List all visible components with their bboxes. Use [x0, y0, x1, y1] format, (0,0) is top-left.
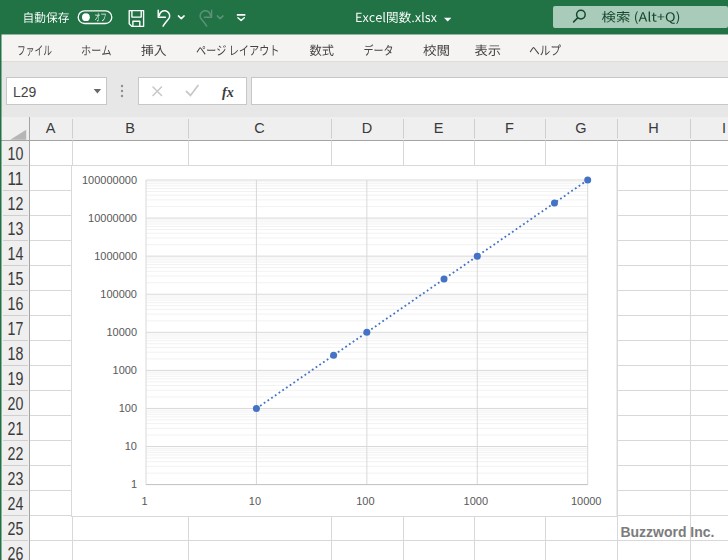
svg-text:26: 26: [8, 544, 24, 560]
svg-text:fx: fx: [222, 85, 234, 100]
svg-text:1: 1: [141, 495, 147, 507]
svg-text:C: C: [254, 120, 264, 136]
svg-text:1: 1: [131, 478, 137, 490]
svg-text:100: 100: [119, 402, 137, 414]
svg-text:15: 15: [8, 269, 24, 289]
svg-text:A: A: [46, 120, 56, 136]
svg-text:10: 10: [125, 440, 137, 452]
svg-text:F: F: [505, 120, 514, 136]
svg-text:10000: 10000: [571, 495, 602, 507]
svg-text:10000: 10000: [106, 326, 137, 338]
svg-text:21: 21: [8, 419, 24, 439]
svg-text:H: H: [648, 120, 658, 136]
svg-text:13: 13: [8, 219, 24, 239]
svg-text:11: 11: [8, 169, 24, 189]
svg-text:1000000: 1000000: [94, 250, 137, 262]
svg-text:17: 17: [8, 319, 24, 339]
svg-text:Buzzword Inc.: Buzzword Inc.: [620, 524, 714, 540]
svg-text:100: 100: [356, 495, 374, 507]
svg-text:100000: 100000: [100, 288, 137, 300]
svg-text:B: B: [125, 120, 135, 136]
svg-text:18: 18: [8, 344, 24, 364]
svg-text:100000000: 100000000: [82, 174, 137, 186]
svg-text:1000: 1000: [113, 364, 137, 376]
svg-text:I: I: [722, 120, 726, 136]
svg-text:25: 25: [8, 519, 24, 539]
svg-text:10: 10: [249, 495, 261, 507]
svg-text:23: 23: [8, 469, 24, 489]
svg-text:10: 10: [8, 144, 24, 164]
svg-text:16: 16: [8, 294, 24, 314]
svg-text:14: 14: [8, 244, 24, 264]
svg-text:19: 19: [8, 369, 24, 389]
svg-text:1000: 1000: [464, 495, 488, 507]
svg-text:10000000: 10000000: [88, 212, 137, 224]
svg-text:G: G: [575, 120, 586, 136]
svg-text:L29: L29: [13, 84, 37, 100]
svg-text:D: D: [362, 120, 372, 136]
svg-text:22: 22: [8, 444, 24, 464]
svg-text:12: 12: [8, 194, 24, 214]
svg-text:20: 20: [8, 394, 24, 414]
svg-text:24: 24: [8, 494, 24, 514]
svg-text:E: E: [434, 120, 444, 136]
